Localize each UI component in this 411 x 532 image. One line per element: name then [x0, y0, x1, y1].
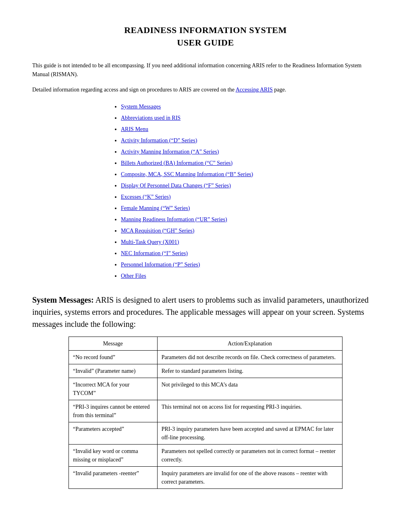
system-messages-heading-bold: System Messages: [32, 295, 94, 304]
nav-link-item: Manning Readiness Information (“UR” Seri… [121, 214, 379, 225]
intro-paragraph2-before: Detailed information regarding access an… [32, 87, 236, 93]
nav-link-item: MCA Requisition (“GH” Series) [121, 225, 379, 237]
title-line2: USER GUIDE [32, 37, 379, 49]
intro-paragraph1: This guide is not intended to be all enc… [32, 61, 379, 79]
table-cell-message: “Invalid parameters -reenter” [69, 466, 158, 488]
nav-link-2[interactable]: ARIS Menu [121, 126, 148, 132]
nav-link-1[interactable]: Abbreviations used in RIS [121, 115, 181, 121]
intro-paragraph2-after: page. [274, 87, 286, 93]
table-body: “No record found”Parameters did not desc… [69, 350, 342, 488]
nav-link-item: Abbreviations used in RIS [121, 112, 379, 124]
table-row: “Incorrect MCA for your TYCOM”Not privil… [69, 378, 342, 400]
table-header-row: Message Action/Explanation [69, 337, 342, 350]
table-cell-message: “No record found” [69, 350, 158, 364]
table-cell-message: “Invalid key word or comma missing or mi… [69, 444, 158, 466]
table-cell-action: Parameters did not describe records on f… [157, 350, 342, 364]
title-line1: READINESS INFORMATION SYSTEM [32, 24, 379, 37]
table-cell-action: Not privileged to this MCA’s data [157, 378, 342, 400]
table-cell-action: This terminal not on access list for req… [157, 400, 342, 422]
system-messages-heading: System Messages: ARIS is designed to ale… [32, 294, 379, 330]
nav-link-item: Multi-Task Query (X001) [121, 237, 379, 248]
page-title: READINESS INFORMATION SYSTEM USER GUIDE [32, 24, 379, 49]
nav-link-10[interactable]: Manning Readiness Information (“UR” Seri… [121, 216, 227, 222]
nav-link-7[interactable]: Display Of Personnel Data Changes (“F” S… [121, 183, 231, 189]
intro-paragraph2: Detailed information regarding access an… [32, 85, 379, 94]
table-cell-message: “Incorrect MCA for your TYCOM” [69, 378, 158, 400]
system-messages-section: System Messages: ARIS is designed to ale… [32, 294, 379, 489]
nav-link-15[interactable]: Other Files [121, 273, 146, 279]
nav-link-item: System Messages [121, 101, 379, 112]
table-cell-action: Refer to standard parameters listing. [157, 364, 342, 378]
nav-link-13[interactable]: NEC Information (“I” Series) [121, 250, 188, 256]
nav-link-6[interactable]: Composite, MCA, SSC Manning Information … [121, 171, 253, 177]
nav-link-item: Other Files [121, 270, 379, 282]
table-row: “Invalid parameters -reenter”Inquiry par… [69, 466, 342, 488]
nav-link-8[interactable]: Excesses (“K” Series) [121, 194, 171, 200]
nav-link-item: Personnel Information (“P” Series) [121, 259, 379, 270]
nav-link-item: Activity Manning Information (“A” Series… [121, 146, 379, 158]
nav-link-item: Composite, MCA, SSC Manning Information … [121, 169, 379, 180]
nav-link-item: Female Manning (“W” Series) [121, 203, 379, 214]
nav-link-item: Display Of Personnel Data Changes (“F” S… [121, 180, 379, 191]
nav-link-3[interactable]: Activity Information (“D” Series) [121, 137, 197, 143]
system-messages-table-container: Message Action/Explanation “No record fo… [32, 337, 379, 489]
nav-link-list: System MessagesAbbreviations used in RIS… [121, 101, 379, 282]
table-cell-message: “PRI-3 inquires cannot be entered from t… [69, 400, 158, 422]
nav-link-item: Activity Information (“D” Series) [121, 135, 379, 146]
table-row: “No record found”Parameters did not desc… [69, 350, 342, 364]
nav-link-14[interactable]: Personnel Information (“P” Series) [121, 262, 200, 268]
table-cell-action: Parameters not spelled correctly or para… [157, 444, 342, 466]
nav-link-item: ARIS Menu [121, 124, 379, 135]
nav-link-item: NEC Information (“I” Series) [121, 248, 379, 259]
table-cell-message: “Parameters accepted” [69, 422, 158, 444]
table-cell-action: PRI-3 inquiry parameters have been accep… [157, 422, 342, 444]
table-cell-message: “Invalid” (Parameter name) [69, 364, 158, 378]
nav-link-item: Excesses (“K” Series) [121, 191, 379, 203]
table-row: “PRI-3 inquires cannot be entered from t… [69, 400, 342, 422]
nav-link-12[interactable]: Multi-Task Query (X001) [121, 239, 179, 245]
nav-link-0[interactable]: System Messages [121, 104, 161, 110]
table-row: “Invalid key word or comma missing or mi… [69, 444, 342, 466]
table-row: “Parameters accepted”PRI-3 inquiry param… [69, 422, 342, 444]
table-header-action: Action/Explanation [157, 337, 342, 350]
table-row: “Invalid” (Parameter name)Refer to stand… [69, 364, 342, 378]
system-messages-table: Message Action/Explanation “No record fo… [68, 337, 342, 489]
nav-link-5[interactable]: Billets Authorized (BA) Information (“C”… [121, 160, 232, 166]
table-cell-action: Inquiry parameters are invalid for one o… [157, 466, 342, 488]
nav-link-4[interactable]: Activity Manning Information (“A” Series… [121, 149, 219, 155]
nav-link-9[interactable]: Female Manning (“W” Series) [121, 205, 190, 211]
nav-link-item: Billets Authorized (BA) Information (“C”… [121, 158, 379, 169]
accessing-aris-link[interactable]: Accessing ARIS [236, 87, 273, 93]
nav-link-11[interactable]: MCA Requisition (“GH” Series) [121, 228, 194, 234]
table-header-message: Message [69, 337, 158, 350]
